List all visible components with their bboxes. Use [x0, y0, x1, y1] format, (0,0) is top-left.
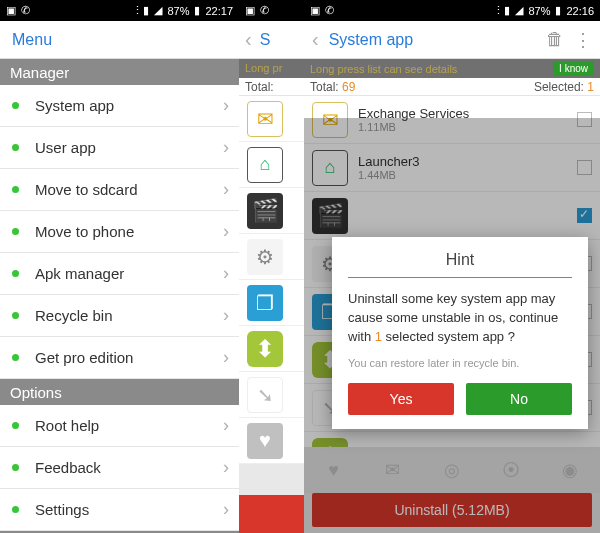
wifi-icon: ⋮▮ [493, 4, 510, 17]
menu-move-phone[interactable]: Move to phone › [0, 211, 239, 253]
heart-icon: ♥ [247, 423, 283, 459]
status-bar: ▣ ✆ ⋮▮ ◢ 87% ▮ 22:17 [0, 0, 239, 21]
menu-recycle-bin[interactable]: Recycle bin › [0, 295, 239, 337]
list-item[interactable]: ⬍ [239, 326, 304, 372]
chevron-right-icon: › [223, 499, 229, 520]
menu-settings[interactable]: Settings › [0, 489, 239, 531]
menu-label: Feedback [35, 459, 223, 476]
menu-feedback[interactable]: Feedback › [0, 447, 239, 489]
menu-label: Move to sdcard [35, 181, 223, 198]
screen-menu: ▣ ✆ ⋮▮ ◢ 87% ▮ 22:17 Menu Manager System… [0, 0, 239, 533]
back-button[interactable]: ‹ [245, 28, 252, 51]
bullet-icon [12, 102, 19, 109]
total-label: Total: [310, 80, 339, 94]
status-bar: ▣ ✆ [239, 0, 304, 21]
gear-icon: ⚙ [247, 239, 283, 275]
camera-icon: ▣ [6, 4, 16, 17]
totals-row: Total: 69 Selected: 1 [304, 78, 600, 96]
list-item[interactable]: ⚙ [239, 234, 304, 280]
app-header: ‹ System app 🗑 ⋮ [304, 21, 600, 59]
bullet-icon [12, 354, 19, 361]
status-bar: ▣ ✆ ⋮▮ ◢ 87% ▮ 22:16 [304, 0, 600, 21]
bullet-icon [12, 464, 19, 471]
signal-icon: ◢ [154, 4, 162, 17]
menu-label: System app [35, 97, 223, 114]
total-count: 69 [342, 80, 355, 94]
page-title: System app [329, 31, 536, 49]
no-button[interactable]: No [466, 383, 572, 415]
menu-user-app[interactable]: User app › [0, 127, 239, 169]
trash-icon[interactable]: 🗑 [546, 29, 564, 50]
camera-icon: ▣ [245, 4, 255, 17]
menu-label: Settings [35, 501, 223, 518]
camera-icon: ▣ [310, 4, 320, 17]
uninstall-button[interactable] [239, 495, 304, 533]
divider [348, 277, 572, 278]
chevron-right-icon: › [223, 415, 229, 436]
android-icon: ⬍ [247, 331, 283, 367]
hint-dialog: Hint Uninstall some key system app may c… [332, 237, 588, 429]
chevron-right-icon: › [223, 263, 229, 284]
list-item[interactable]: ➘ [239, 372, 304, 418]
battery-icon: ▮ [555, 4, 561, 17]
battery-pct: 87% [167, 5, 189, 17]
bullet-icon [12, 312, 19, 319]
screen-system-app-uninstall: ▣ ✆ ⋮▮ ◢ 87% ▮ 22:16 ‹ System app 🗑 ⋮ Lo… [304, 0, 600, 533]
totals-row: Total: [239, 78, 304, 96]
menu-move-sdcard[interactable]: Move to sdcard › [0, 169, 239, 211]
section-manager: Manager [0, 59, 239, 85]
list-item[interactable]: ⌂ [239, 142, 304, 188]
chevron-right-icon: › [223, 137, 229, 158]
bullet-icon [12, 228, 19, 235]
section-options: Options [0, 379, 239, 405]
screen-app-list-partial: ▣ ✆ ‹ S Long pr Total: ✉ ⌂ 🎬 ⚙ ❐ ⬍ ➘ ♥ [239, 0, 304, 533]
app-header: ‹ S [239, 21, 304, 59]
menu-label: Root help [35, 417, 223, 434]
menu-apk-manager[interactable]: Apk manager › [0, 253, 239, 295]
home-icon: ⌂ [247, 147, 283, 183]
menu-label: Apk manager [35, 265, 223, 282]
bullet-icon [12, 144, 19, 151]
menu-system-app[interactable]: System app › [0, 85, 239, 127]
menu-pro-edition[interactable]: Get pro edition › [0, 337, 239, 379]
battery-pct: 87% [528, 5, 550, 17]
menu-label: Recycle bin [35, 307, 223, 324]
page-title: S [260, 31, 271, 49]
chevron-right-icon: › [223, 179, 229, 200]
mail-icon: ✉ [247, 101, 283, 137]
list-item[interactable]: ❐ [239, 280, 304, 326]
film-icon: 🎬 [247, 193, 283, 229]
yes-button[interactable]: Yes [348, 383, 454, 415]
bullet-icon [12, 506, 19, 513]
back-button[interactable]: ‹ [312, 28, 319, 51]
menu-root-help[interactable]: Root help › [0, 405, 239, 447]
dialog-title: Hint [348, 251, 572, 269]
battery-icon: ▮ [194, 4, 200, 17]
selected-count: 1 [587, 80, 594, 94]
menu-label: User app [35, 139, 223, 156]
chevron-right-icon: › [223, 221, 229, 242]
list-item[interactable]: ♥ [239, 418, 304, 464]
iknow-button[interactable]: I know [553, 61, 594, 76]
hint-strip: Long press list can see details I know [304, 59, 600, 78]
clock: 22:16 [566, 5, 594, 17]
menu-label: Get pro edition [35, 349, 223, 366]
menu-title: Menu [0, 21, 239, 59]
selected-label: Selected: [534, 80, 584, 94]
dialog-body: Uninstall some key system app may cause … [348, 290, 572, 347]
dialog-subtext: You can restore later in recycle bin. [348, 357, 572, 369]
chevron-right-icon: › [223, 95, 229, 116]
bullet-icon [12, 422, 19, 429]
signal-icon: ◢ [515, 4, 523, 17]
overflow-menu-icon[interactable]: ⋮ [574, 29, 592, 51]
list-item[interactable]: 🎬 [239, 188, 304, 234]
clock: 22:17 [205, 5, 233, 17]
chevron-right-icon: › [223, 305, 229, 326]
chevron-right-icon: › [223, 347, 229, 368]
list-item[interactable]: ✉ [239, 96, 304, 142]
phone-icon: ✆ [325, 4, 334, 17]
docs-icon: ❐ [247, 285, 283, 321]
chevron-right-icon: › [223, 457, 229, 478]
phone-icon: ✆ [21, 4, 30, 17]
menu-label: Move to phone [35, 223, 223, 240]
